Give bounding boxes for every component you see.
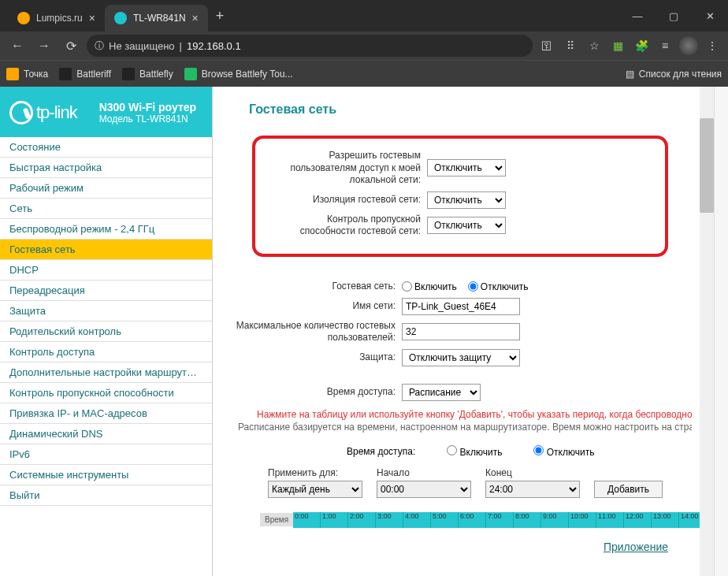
outer-scrollbar[interactable] <box>714 87 728 576</box>
close-button[interactable]: ✕ <box>692 0 728 32</box>
window-controls: — ▢ ✕ <box>619 0 728 32</box>
start-label: Начало <box>377 467 471 478</box>
timeline-cell[interactable]: 13:00 <box>652 512 679 528</box>
timeline-cell[interactable]: 1:00 <box>321 512 348 528</box>
brand-banner: tp-link N300 Wi-Fi роутер Модель TL-WR84… <box>0 87 212 137</box>
nav-item[interactable]: Контроль пропускной способности <box>0 383 212 403</box>
ext-icon[interactable]: ▦ <box>608 36 627 55</box>
playlist-icon[interactable]: ≡ <box>656 36 674 55</box>
reading-list[interactable]: ▤Список для чтения <box>626 69 722 80</box>
logo-icon <box>9 101 33 124</box>
timeline-cell[interactable]: 5:00 <box>431 512 459 528</box>
apply-for-label: Применить для: <box>268 467 362 478</box>
bottom-link-row: Приложение <box>228 528 692 558</box>
end-select[interactable]: 24:00 <box>485 481 580 498</box>
access-time-label: Время доступа: <box>228 386 402 399</box>
apply-for-select[interactable]: Каждый день <box>268 481 362 498</box>
page-content: tp-link N300 Wi-Fi роутер Модель TL-WR84… <box>0 87 728 576</box>
main-panel: Гостевая сеть Разрешить гостевым пользов… <box>213 87 700 576</box>
timeline-cell[interactable]: 9:00 <box>541 512 569 528</box>
schedule-disable-radio[interactable]: Отключить <box>533 445 594 458</box>
max-guests-input[interactable] <box>402 323 520 340</box>
guest-disable-radio[interactable]: Отключить <box>468 281 529 292</box>
reload-button[interactable]: ⟳ <box>60 35 82 57</box>
info-icon[interactable]: ⓘ <box>95 39 104 53</box>
browser-tab-active[interactable]: TL-WR841N × <box>105 5 208 32</box>
timeline-cell[interactable]: 2:00 <box>348 512 376 528</box>
nav-item[interactable]: Гостевая сеть <box>0 240 212 260</box>
bookmark-item[interactable]: Browse Battlefy Tou... <box>184 68 293 80</box>
schedule-enable-radio[interactable]: Включить <box>447 445 502 458</box>
menu-icon[interactable]: ⋮ <box>703 36 722 55</box>
attachment-link[interactable]: Приложение <box>604 541 668 553</box>
max-guests-label: Максимальное количество гостевых пользов… <box>228 320 402 344</box>
timeline-label: Время <box>260 513 293 526</box>
inner-scrollbar[interactable] <box>700 87 714 576</box>
timeline-cell[interactable]: 11:00 <box>596 512 624 528</box>
ssid-input[interactable] <box>402 298 520 315</box>
timeline-cell[interactable]: 10:00 <box>569 512 596 528</box>
bookmark-label: Battleriff <box>76 69 111 80</box>
nav-item[interactable]: Беспроводной режим - 2,4 ГГц <box>0 219 212 240</box>
allow-local-access-select[interactable]: Отключить <box>427 159 506 177</box>
bookmark-item[interactable]: Точка <box>6 68 48 80</box>
nav-item[interactable]: Динамический DNS <box>0 424 212 444</box>
nav-item[interactable]: Сеть <box>0 199 212 219</box>
forward-button[interactable]: → <box>33 35 55 57</box>
nav-item[interactable]: Родительский контроль <box>0 321 212 342</box>
address-bar[interactable]: ⓘ Не защищено | 192.168.0.1 <box>87 35 533 57</box>
timeline-cell[interactable]: 6:00 <box>459 512 486 528</box>
extensions-icon[interactable]: 🧩 <box>632 36 651 55</box>
maximize-button[interactable]: ▢ <box>656 0 692 32</box>
nav-item[interactable]: Защита <box>0 301 212 321</box>
browser-toolbar: ← → ⟳ ⓘ Не защищено | 192.168.0.1 ⚿ ⠿ ☆ … <box>0 32 728 60</box>
bookmark-item[interactable]: Battleriff <box>59 68 111 80</box>
schedule-section: Время доступа: Включить Отключить Примен… <box>228 445 692 528</box>
profile-avatar[interactable] <box>679 36 698 55</box>
add-button[interactable]: Добавить <box>594 481 663 498</box>
isolation-select[interactable]: Отключить <box>427 191 506 209</box>
browser-tab[interactable]: Lumpics.ru × <box>8 5 105 32</box>
bandwidth-control-select[interactable]: Отключить <box>427 217 506 234</box>
close-icon[interactable]: × <box>89 12 95 24</box>
bookmark-item[interactable]: Battlefly <box>122 68 173 80</box>
nav-item[interactable]: IPv6 <box>0 444 212 465</box>
reading-list-label: Список для чтения <box>639 69 722 80</box>
timeline-cell[interactable]: 7:00 <box>486 512 514 528</box>
nav-item[interactable]: DHCP <box>0 260 212 281</box>
list-icon: ▤ <box>626 69 634 80</box>
star-icon[interactable]: ☆ <box>585 36 604 55</box>
key-icon[interactable]: ⚿ <box>537 36 556 55</box>
nav-item[interactable]: Переадресация <box>0 281 212 301</box>
timeline-cell[interactable]: 4:00 <box>403 512 431 528</box>
bookmark-label: Точка <box>24 69 48 80</box>
translate-icon[interactable]: ⠿ <box>561 36 580 55</box>
nav-item[interactable]: Привязка IP- и MAC-адресов <box>0 403 212 424</box>
access-time-select[interactable]: Расписание <box>402 384 481 401</box>
timeline-cell[interactable]: 12:00 <box>624 512 652 528</box>
timeline-cell[interactable]: 8:00 <box>514 512 541 528</box>
new-tab-button[interactable]: + <box>208 8 232 24</box>
tab-favicon <box>114 12 127 24</box>
timeline[interactable]: Время 0:001:002:003:004:005:006:007:008:… <box>260 512 692 528</box>
timeline-cell[interactable]: 3:00 <box>376 512 403 528</box>
highlighted-settings: Разрешить гостевым пользователям доступ … <box>252 136 668 257</box>
close-icon[interactable]: × <box>192 12 199 24</box>
tab-favicon <box>17 12 30 24</box>
guest-enable-radio[interactable]: Включить <box>402 281 457 292</box>
security-label: Защита: <box>228 351 402 364</box>
nav-item[interactable]: Контроль доступа <box>0 342 212 362</box>
nav-item[interactable]: Рабочий режим <box>0 178 212 199</box>
nav-item[interactable]: Системные инструменты <box>0 465 212 485</box>
timeline-cell[interactable]: 0:00 <box>293 512 321 528</box>
nav-item[interactable]: Выйти <box>0 485 212 506</box>
security-select[interactable]: Отключить защиту <box>402 349 520 366</box>
nav-item[interactable]: Состояние <box>0 137 212 158</box>
start-select[interactable]: 00:00 <box>377 481 471 498</box>
note-info: Расписание базируется на времени, настро… <box>238 422 692 433</box>
timeline-cell[interactable]: 14:00 <box>679 512 700 528</box>
minimize-button[interactable]: — <box>619 0 656 32</box>
nav-item[interactable]: Быстрая настройка <box>0 158 212 178</box>
back-button[interactable]: ← <box>6 35 28 57</box>
nav-item[interactable]: Дополнительные настройки маршрутизации <box>0 362 212 383</box>
